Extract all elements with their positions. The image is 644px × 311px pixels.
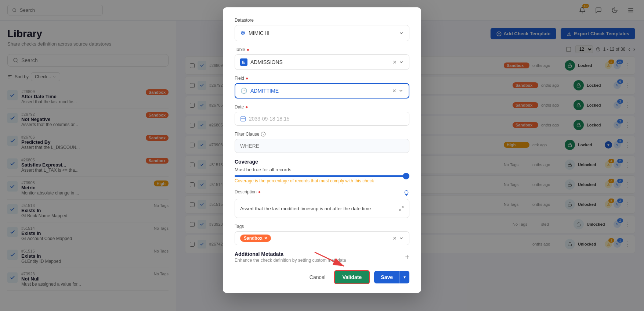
coverage-hint: Coverage is the percentage of records th… [235, 178, 409, 183]
svg-line-37 [402, 207, 403, 208]
tags-label: Tags [235, 224, 409, 229]
datastore-label: Datastore [235, 18, 409, 23]
field-label: Field ● [235, 76, 409, 81]
tags-input[interactable]: Sandbox ✕ [235, 231, 409, 245]
description-section: Description ● Assert that the last modif… [235, 189, 409, 218]
save-group: Save ▾ [374, 271, 409, 283]
datastore-section: Datastore ❄ MIMIC III [235, 18, 409, 41]
cancel-button[interactable]: Cancel [305, 271, 330, 283]
remove-tag-button[interactable]: ✕ [264, 236, 267, 241]
clear-icon[interactable] [392, 88, 397, 93]
meta-title: Additional Metadata [235, 251, 346, 257]
calendar-icon [240, 116, 246, 122]
modal-footer: Cancel Validate Save ▾ [235, 270, 409, 284]
snowflake-icon: ❄ [240, 29, 246, 37]
date-label: Date ● [235, 104, 409, 110]
modal-overlay: Datastore ❄ MIMIC III Table ● [0, 0, 644, 311]
description-textarea[interactable]: Assert that the last modified timesmp is… [235, 199, 409, 218]
table-section: Table ● ADMISSIONS [235, 47, 409, 70]
info-icon [261, 132, 266, 137]
add-metadata-button[interactable]: + [405, 253, 409, 261]
date-input[interactable]: 2033-09-18 18:15 [235, 112, 409, 126]
svg-line-38 [399, 209, 401, 210]
additional-metadata-section: Additional Metadata Enhance the check de… [235, 251, 409, 263]
filter-label: Filter Clause [235, 132, 409, 137]
datastore-select[interactable]: ❄ MIMIC III [235, 25, 409, 41]
required-marker: ● [258, 189, 261, 194]
table-icon [240, 58, 247, 66]
filter-section: Filter Clause [235, 132, 409, 153]
tags-section: Tags Sandbox ✕ [235, 224, 409, 245]
validate-button[interactable]: Validate [334, 270, 370, 284]
clear-icon[interactable] [392, 60, 397, 65]
date-placeholder: 2033-09-18 18:15 [249, 116, 290, 122]
background-page: 10 Library Share checks definition acros… [0, 0, 644, 311]
coverage-sublabel: Must be true for all records [235, 167, 409, 172]
dropdown-chevron-icon [398, 88, 404, 93]
date-section: Date ● 2033-09-18 18:15 [235, 104, 409, 126]
svg-rect-30 [241, 117, 245, 121]
clear-tags-icon[interactable] [392, 236, 397, 241]
modal: Datastore ❄ MIMIC III Table ● [223, 7, 421, 293]
description-label: Description ● [235, 189, 261, 194]
sandbox-tag-chip: Sandbox ✕ [240, 235, 271, 242]
coverage-slider-wrap [235, 175, 409, 177]
tags-dropdown-icon [399, 236, 404, 241]
lightbulb-icon [404, 190, 409, 196]
dropdown-chevron-icon [399, 31, 404, 36]
dropdown-chevron-icon [399, 60, 404, 65]
required-marker: ● [247, 47, 249, 52]
coverage-section: Coverage Must be true for all records Co… [235, 159, 409, 183]
required-marker: ● [245, 104, 248, 110]
required-marker: ● [246, 76, 248, 81]
table-select[interactable]: ADMISSIONS [235, 54, 409, 70]
save-caret-button[interactable]: ▾ [399, 271, 409, 283]
save-button[interactable]: Save [374, 271, 399, 283]
table-label: Table ● [235, 47, 409, 52]
coverage-label: Coverage [235, 159, 409, 165]
field-input[interactable]: 🕐 ADMITTIME [235, 83, 409, 99]
expand-icon [399, 206, 404, 211]
meta-subtitle: Enhance the check definition by setting … [235, 258, 346, 263]
filter-input[interactable] [235, 139, 409, 153]
clock-icon: 🕐 [240, 87, 247, 94]
coverage-slider-thumb[interactable] [403, 173, 409, 179]
field-section: Field ● 🕐 ADMITTIME [235, 76, 409, 99]
